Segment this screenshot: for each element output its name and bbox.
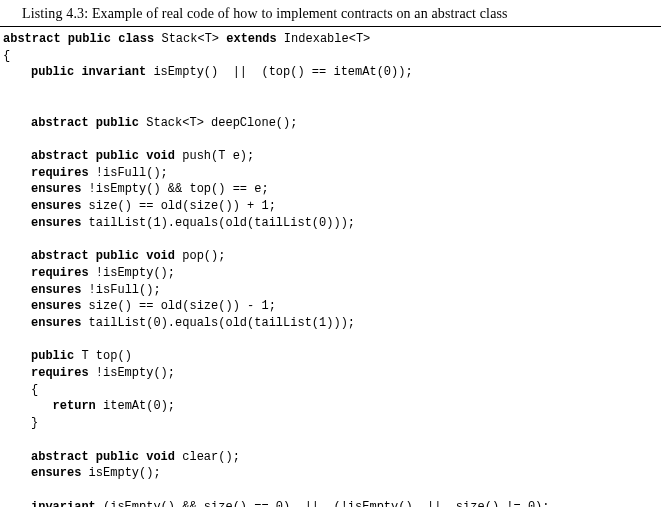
code-text: !isEmpty(); [89, 266, 175, 280]
code-listing: abstract public class Stack<T> extends I… [0, 26, 661, 507]
kw-abstract-public-void: abstract public void [31, 149, 175, 163]
code-text: isEmpty(); [81, 466, 160, 480]
kw-abstract-public-void: abstract public void [31, 450, 175, 464]
kw-requires: requires [31, 266, 89, 280]
kw-abstract-public-class: abstract public class [3, 32, 154, 46]
code-text: tailList(1).equals(old(tailList(0))); [81, 216, 355, 230]
kw-abstract-public: abstract public [31, 116, 139, 130]
kw-ensures: ensures [31, 182, 81, 196]
kw-ensures: ensures [31, 316, 81, 330]
code-text: clear(); [175, 450, 240, 464]
code-text: push(T e); [175, 149, 254, 163]
code-text: size() == old(size()) - 1; [81, 299, 275, 313]
code-block: abstract public class Stack<T> extends I… [0, 31, 661, 507]
code-text: { [31, 383, 38, 397]
code-text: itemAt(0); [96, 399, 175, 413]
code-text: !isEmpty() && top() == e; [81, 182, 268, 196]
code-text: { [3, 49, 10, 63]
listing-caption: Listing 4.3: Example of real code of how… [0, 0, 661, 26]
code-text: tailList(0).equals(old(tailList(1))); [81, 316, 355, 330]
code-text: size() == old(size()) + 1; [81, 199, 275, 213]
kw-requires: requires [31, 366, 89, 380]
code-text: } [31, 416, 38, 430]
kw-ensures: ensures [31, 466, 81, 480]
page: Listing 4.3: Example of real code of how… [0, 0, 661, 507]
kw-ensures: ensures [31, 216, 81, 230]
kw-abstract-public-void: abstract public void [31, 249, 175, 263]
kw-public: public [31, 349, 74, 363]
code-text: isEmpty() || (top() == itemAt(0)); [146, 65, 412, 79]
code-text: !isFull(); [89, 166, 168, 180]
kw-requires: requires [31, 166, 89, 180]
kw-ensures: ensures [31, 283, 81, 297]
kw-public-invariant: public invariant [31, 65, 146, 79]
code-text: (isEmpty() && size() == 0) || (!isEmpty(… [96, 500, 550, 507]
code-text: Stack<T> deepClone(); [139, 116, 297, 130]
code-text: !isFull(); [81, 283, 160, 297]
code-text: T top() [74, 349, 132, 363]
kw-return: return [53, 399, 96, 413]
kw-ensures: ensures [31, 299, 81, 313]
code-text: Indexable<T> [277, 32, 371, 46]
code-text: !isEmpty(); [89, 366, 175, 380]
kw-extends: extends [226, 32, 276, 46]
kw-invariant: invariant [31, 500, 96, 507]
code-text: Stack<T> [154, 32, 226, 46]
code-text: pop(); [175, 249, 225, 263]
kw-ensures: ensures [31, 199, 81, 213]
